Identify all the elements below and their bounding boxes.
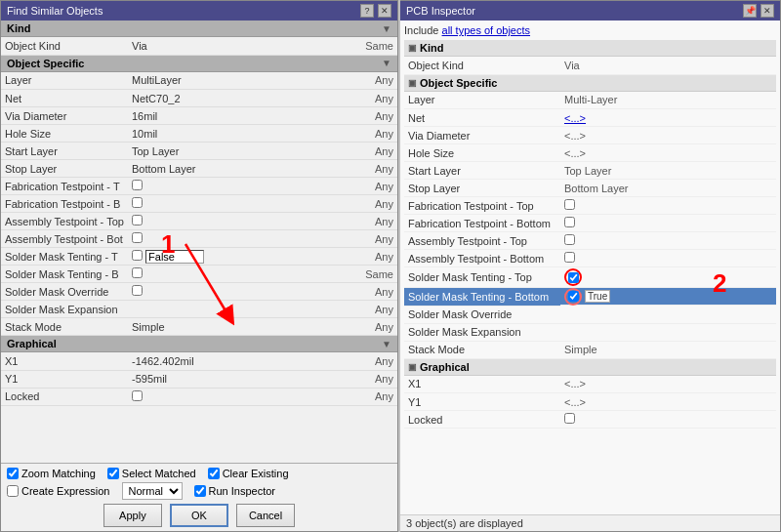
table-row: Y1<...> [404, 393, 776, 411]
select-matched-checkbox[interactable] [107, 468, 119, 479]
table-row: Stack ModeSimple [404, 341, 776, 358]
right-graphical-table: X1<...> Y1<...> Locked [404, 376, 776, 430]
table-row: LayerMulti-Layer [404, 92, 776, 109]
table-row: Object Kind Via Same [1, 37, 397, 55]
right-pin-button[interactable]: 📌 [743, 4, 757, 18]
zoom-matching-item: Zoom Matching [7, 468, 96, 479]
right-graphical-header[interactable]: ▣ Graphical [404, 359, 776, 376]
table-row: Fabrication Testpoint - Bottom [404, 215, 776, 232]
right-smt-top-checkbox[interactable] [568, 272, 579, 283]
right-panel-content: Include all types of objects ▣ Kind Obje… [400, 20, 780, 514]
close-button[interactable]: ✕ [378, 4, 391, 18]
zoom-matching-checkbox[interactable] [7, 468, 19, 479]
highlighted-row: Solder Mask Tenting - Bottom True [404, 288, 776, 307]
table-row: Net<...> [404, 109, 776, 127]
table-row: Solder Mask Tenting - T Any [1, 248, 397, 266]
bottom-controls: Zoom Matching Select Matched Clear Exist… [1, 463, 397, 531]
right-kind-header[interactable]: ▣ Kind [404, 40, 776, 57]
table-row: Start LayerTop Layer [404, 162, 776, 180]
right-close-button[interactable]: ✕ [760, 4, 774, 18]
table-row: Via Diameter<...> [404, 127, 776, 144]
left-panel-title: Find Similar Objects [7, 5, 103, 17]
graphical-table: X1-1462.402milAny Y1-595milAny Locked An… [1, 352, 397, 406]
right-locked-checkbox[interactable] [564, 413, 575, 424]
table-row: Stack ModeSimpleAny [1, 318, 397, 336]
fab-testpoint-b-checkbox[interactable] [132, 197, 143, 208]
table-row: Assembly Testpoint - Bottom [404, 250, 776, 267]
table-row: NetNetC70_2Any [1, 90, 397, 107]
table-row: Assembly Testpoint - Bot Any [1, 230, 397, 248]
table-row: Fabrication Testpoint - Top [404, 197, 776, 215]
kind-table: Object Kind Via Same [1, 37, 397, 56]
graphical-arrow: ▼ [382, 339, 391, 349]
right-panel-title: PCB Inspector [406, 5, 475, 17]
right-asm-top-checkbox[interactable] [564, 234, 575, 245]
ok-button[interactable]: OK [170, 504, 228, 527]
smt-top-checkbox[interactable] [132, 250, 143, 261]
table-row: Locked Any [1, 388, 397, 405]
include-line: Include all types of objects [404, 24, 776, 36]
right-smt-bot-checkbox[interactable] [568, 291, 579, 302]
table-row: Assembly Testpoint - Top [404, 232, 776, 250]
table-row: Locked [404, 411, 776, 429]
right-fab-bot-checkbox[interactable] [564, 217, 575, 227]
table-row: Solder Mask Expansion [404, 323, 776, 341]
kind-collapse-icon: ▣ [408, 43, 417, 53]
obj-spec-arrow: ▼ [382, 58, 391, 68]
asm-testpoint-top-checkbox[interactable] [132, 215, 143, 225]
normal-select[interactable]: Normal [122, 482, 183, 500]
table-row: Solder Mask ExpansionAny [1, 301, 397, 318]
fab-testpoint-t-checkbox[interactable] [132, 180, 143, 190]
kind-arrow: ▼ [382, 23, 391, 34]
smt-bot-checkbox[interactable] [132, 267, 143, 278]
clear-existing-checkbox[interactable] [208, 468, 220, 479]
smt-true-badge: True [585, 290, 610, 303]
right-kind-table: Object KindVia [404, 57, 776, 75]
kind-section-header: Kind ▼ [1, 20, 397, 37]
create-expression-item: Create Expression [7, 485, 110, 497]
obj-spec-collapse-icon: ▣ [408, 78, 417, 88]
object-specific-section-header: Object Specific ▼ [1, 56, 397, 72]
table-row: Solder Mask Tenting - Top [404, 267, 776, 288]
table-row: LayerMultiLayerAny [1, 72, 397, 90]
status-bar: 3 object(s) are displayed [400, 514, 780, 531]
find-similar-objects-panel: Find Similar Objects ? ✕ Kind ▼ Object K… [0, 0, 398, 532]
help-button[interactable]: ? [360, 4, 374, 18]
cancel-button[interactable]: Cancel [236, 504, 295, 527]
table-row: Y1-595milAny [1, 370, 397, 388]
right-object-specific-table: LayerMulti-Layer Net<...> Via Diameter<.… [404, 92, 776, 359]
locked-checkbox[interactable] [132, 390, 143, 401]
include-link[interactable]: all types of objects [442, 24, 531, 36]
sm-override-checkbox[interactable] [132, 285, 143, 296]
right-titlebar: PCB Inspector 📌 ✕ [400, 1, 780, 20]
table-row: Via Diameter16milAny [1, 107, 397, 125]
table-row: X1-1462.402milAny [1, 352, 397, 370]
right-fab-top-checkbox[interactable] [564, 199, 575, 210]
table-row: Solder Mask Override Any [1, 283, 397, 301]
table-row: Stop LayerBottom LayerAny [1, 160, 397, 178]
clear-existing-item: Clear Existing [208, 468, 289, 479]
table-row: Solder Mask Override [404, 306, 776, 323]
graphical-section-header: Graphical ▼ [1, 336, 397, 352]
table-row: Fabrication Testpoint - T Any [1, 178, 397, 195]
asm-testpoint-bot-checkbox[interactable] [132, 232, 143, 243]
table-row: Start LayerTop LayerAny [1, 143, 397, 160]
table-row: Solder Mask Tenting - B Same [1, 266, 397, 283]
table-row: Object KindVia [404, 57, 776, 74]
object-specific-table: LayerMultiLayerAny NetNetC70_2Any Via Di… [1, 72, 397, 337]
create-expression-checkbox[interactable] [7, 485, 19, 497]
smt-bot-circle [564, 288, 582, 306]
table-row: Fabrication Testpoint - B Any [1, 195, 397, 213]
right-asm-bot-checkbox[interactable] [564, 252, 575, 263]
run-inspector-checkbox[interactable] [194, 485, 206, 497]
table-row: X1<...> [404, 376, 776, 393]
smt-top-circle [564, 268, 582, 286]
smt-top-input[interactable] [145, 250, 204, 264]
apply-button[interactable]: Apply [103, 504, 162, 527]
table-row: Assembly Testpoint - Top Any [1, 213, 397, 230]
graphical-collapse-icon: ▣ [408, 362, 417, 372]
table-row: Stop LayerBottom Layer [404, 180, 776, 197]
left-panel-content: Kind ▼ Object Kind Via Same Object Speci… [1, 20, 397, 463]
select-matched-item: Select Matched [107, 468, 196, 479]
right-obj-specific-header[interactable]: ▣ Object Specific [404, 75, 776, 92]
